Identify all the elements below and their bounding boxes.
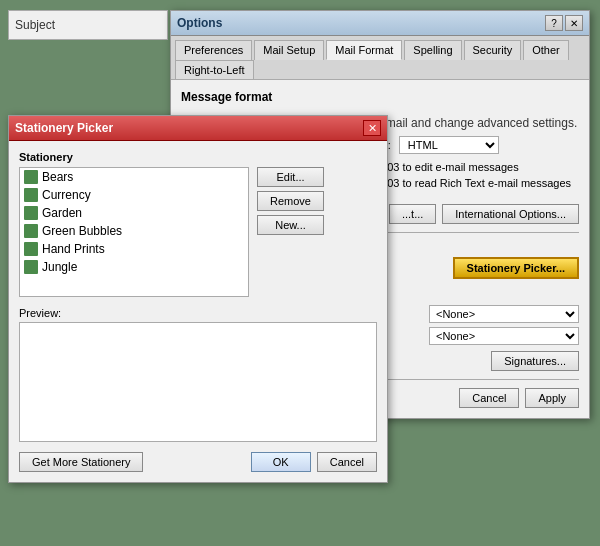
international-options-button[interactable]: International Options... bbox=[442, 204, 579, 224]
stationery-picker-button[interactable]: Stationery Picker... bbox=[453, 257, 579, 279]
list-item[interactable]: Garden bbox=[20, 204, 248, 222]
list-item[interactable]: Green Bubbles bbox=[20, 222, 248, 240]
options-titlebar: Options ? ✕ bbox=[171, 11, 589, 36]
stationery-footer: Get More Stationery OK Cancel bbox=[19, 452, 377, 472]
tab-right-to-left[interactable]: Right-to-Left bbox=[175, 60, 254, 79]
stationery-ok-button[interactable]: OK bbox=[251, 452, 311, 472]
preview-box bbox=[19, 322, 377, 442]
stationery-list[interactable]: Bears Currency Garden Green Bubbles Hand… bbox=[19, 167, 249, 297]
replies-select[interactable]: <None> bbox=[429, 305, 579, 323]
preview-label: Preview: bbox=[19, 307, 377, 319]
tabs-bar: Preferences Mail Setup Mail Format Spell… bbox=[171, 36, 589, 80]
options-title: Options bbox=[177, 16, 222, 30]
jungle-label: Jungle bbox=[42, 260, 77, 274]
bears-icon bbox=[24, 170, 38, 184]
list-item[interactable]: Bears bbox=[20, 168, 248, 186]
cancel-button[interactable]: Cancel bbox=[459, 388, 519, 408]
currency-icon bbox=[24, 188, 38, 202]
help-button[interactable]: ? bbox=[545, 15, 563, 31]
get-more-stationery-button[interactable]: Get More Stationery bbox=[19, 452, 143, 472]
stationery-section-label: Stationery bbox=[19, 151, 377, 163]
forwards-select[interactable]: <None> bbox=[429, 327, 579, 345]
new-button[interactable]: New... bbox=[257, 215, 324, 235]
stationery-close-button[interactable]: ✕ bbox=[363, 120, 381, 136]
close-button[interactable]: ✕ bbox=[565, 15, 583, 31]
titlebar-buttons: ? ✕ bbox=[545, 15, 583, 31]
stationery-list-area: Bears Currency Garden Green Bubbles Hand… bbox=[19, 167, 377, 297]
hand-prints-label: Hand Prints bbox=[42, 242, 105, 256]
tab-security[interactable]: Security bbox=[464, 40, 522, 60]
subject-bar: Subject bbox=[8, 10, 168, 40]
tab-mail-setup[interactable]: Mail Setup bbox=[254, 40, 324, 60]
tab-other[interactable]: Other bbox=[523, 40, 569, 60]
garden-label: Garden bbox=[42, 206, 82, 220]
list-item[interactable]: Jungle bbox=[20, 258, 248, 276]
tab-mail-format[interactable]: Mail Format bbox=[326, 40, 402, 60]
tab-spelling[interactable]: Spelling bbox=[404, 40, 461, 60]
subject-label: Subject bbox=[15, 18, 55, 32]
bears-label: Bears bbox=[42, 170, 73, 184]
apply-button[interactable]: Apply bbox=[525, 388, 579, 408]
list-item[interactable]: Hand Prints bbox=[20, 240, 248, 258]
garden-icon bbox=[24, 206, 38, 220]
edit-button[interactable]: Edit... bbox=[257, 167, 324, 187]
stationery-dialog: Stationery Picker ✕ Stationery Bears Cur… bbox=[8, 115, 388, 483]
green-bubbles-icon bbox=[24, 224, 38, 238]
advanced-button[interactable]: ...t... bbox=[389, 204, 436, 224]
hand-prints-icon bbox=[24, 242, 38, 256]
preview-section: Preview: bbox=[19, 307, 377, 442]
jungle-icon bbox=[24, 260, 38, 274]
stationery-content: Stationery Bears Currency Garden Green B… bbox=[9, 141, 387, 482]
stationery-action-buttons: Edit... Remove New... bbox=[257, 167, 324, 297]
stationery-dialog-title: Stationery Picker bbox=[15, 121, 113, 135]
list-item[interactable]: Currency bbox=[20, 186, 248, 204]
remove-button[interactable]: Remove bbox=[257, 191, 324, 211]
message-format-title: Message format bbox=[181, 90, 579, 104]
signatures-button[interactable]: Signatures... bbox=[491, 351, 579, 371]
currency-label: Currency bbox=[42, 188, 91, 202]
footer-ok-cancel: OK Cancel bbox=[251, 452, 377, 472]
format-select[interactable]: HTML Plain Text Rich Text bbox=[399, 136, 499, 154]
stationery-titlebar: Stationery Picker ✕ bbox=[9, 116, 387, 141]
stationery-cancel-button[interactable]: Cancel bbox=[317, 452, 377, 472]
green-bubbles-label: Green Bubbles bbox=[42, 224, 122, 238]
tab-preferences[interactable]: Preferences bbox=[175, 40, 252, 60]
